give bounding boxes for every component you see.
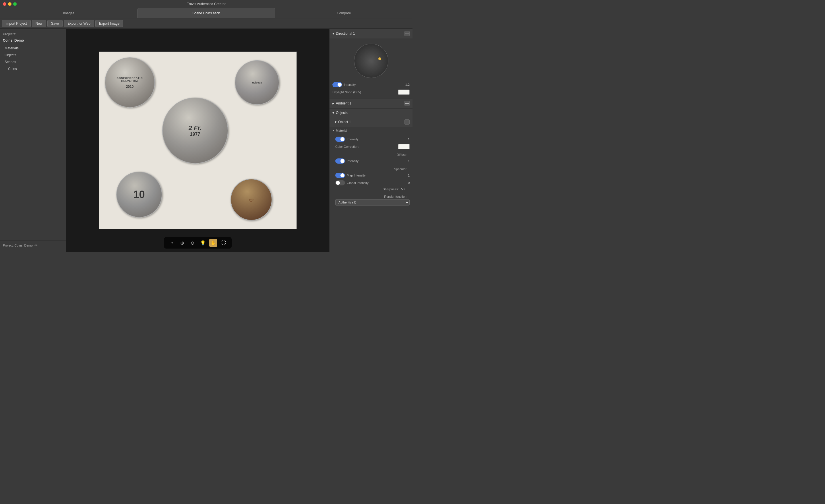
material-intensity-row: Intensity: 1 [335, 136, 409, 143]
directional-intensity-row: Intensity: 1.2 [332, 81, 409, 88]
daylight-label: Daylight Noon (D65) [332, 90, 361, 94]
directional-collapse-icon: ▾ [332, 31, 334, 35]
fullscreen-tool[interactable]: ⛶ [220, 239, 228, 247]
sidebar-sub-item-coins[interactable]: Coins [0, 65, 66, 72]
light-sphere[interactable] [354, 44, 388, 78]
diffuse-intensity-row: Intensity: 1 [335, 157, 409, 165]
render-function-label: Render function: [335, 195, 409, 198]
close-button[interactable] [3, 2, 6, 6]
render-function-label-row: Render function: [335, 194, 409, 199]
save-button[interactable]: Save [47, 20, 63, 27]
directional-intensity-toggle[interactable] [332, 82, 342, 87]
ambient-section: ▸ Ambient 1 — [329, 98, 412, 109]
directional-intensity-value: 1.2 [404, 83, 409, 86]
global-intensity-toggle[interactable] [335, 180, 345, 186]
new-button[interactable]: New [32, 20, 46, 27]
ambient-header[interactable]: ▸ Ambient 1 — [329, 98, 412, 108]
export-web-button[interactable]: Export for Web [64, 20, 94, 27]
canvas-toolbar: ⌂ ⊕ ⊖ 💡 ✋ ⛶ [164, 237, 232, 248]
material-header[interactable]: ▾ Material [329, 127, 412, 133]
color-correction-row: Color Correction: [335, 143, 409, 150]
render-function-select[interactable]: Authentica B [335, 199, 409, 206]
specular-label: Specular: [335, 167, 409, 171]
tab-scene[interactable]: Scene Coins.ascn [137, 8, 275, 18]
hand-tool[interactable]: ✋ [209, 239, 217, 247]
diffuse-intensity-value: 1 [404, 159, 409, 163]
edit-icon[interactable]: ✏ [34, 243, 38, 247]
directional-section: ▾ Directional 1 — Intensity: 1.2 [329, 29, 412, 98]
object1-header[interactable]: ▾ Object 1 — [329, 117, 412, 127]
project-bottom-label: Project: Coins_Demo [3, 244, 33, 247]
directional-minus-button[interactable]: — [404, 31, 409, 36]
diffuse-label: Diffuse: [335, 153, 409, 156]
sharpness-label: Sharpness: [335, 188, 401, 191]
sidebar-item-materials[interactable]: Materials [0, 45, 66, 52]
objects-header[interactable]: ▾ Objects [329, 109, 412, 117]
light-dot[interactable] [378, 57, 381, 60]
diffuse-intensity-label: Intensity: [347, 159, 359, 163]
canvas-area: CONFOEDERATIO HELVETICA 2010 Helvetia 2 … [66, 29, 329, 252]
coin-bl[interactable]: 10 [116, 172, 162, 218]
coin-center[interactable]: 2 Fr. 1977 [162, 97, 228, 164]
map-intensity-toggle[interactable] [335, 173, 345, 178]
color-correction-label: Color Correction: [335, 145, 359, 148]
material-title: Material [336, 129, 347, 132]
export-image-button[interactable]: Export Image [95, 20, 123, 27]
tab-compare[interactable]: Compare [275, 8, 412, 18]
coin-br[interactable]: ლ [230, 179, 272, 220]
ambient-collapse-icon: ▸ [332, 101, 334, 105]
object1-title: Object 1 [338, 120, 351, 124]
tabbar: Images Scene Coins.ascn Compare [0, 8, 412, 18]
toolbar: Import Project New Save Export for Web E… [0, 18, 412, 29]
objects-collapse-icon: ▾ [332, 111, 334, 115]
main-layout: Projects: Coins_Demo Materials Objects S… [0, 29, 412, 252]
global-intensity-row: Global Intensity: 0 [335, 179, 409, 187]
global-intensity-label: Global Intensity: [347, 181, 369, 185]
global-intensity-value: 0 [404, 181, 409, 185]
objects-section: ▾ Objects ▾ Object 1 — ▾ Material [329, 109, 412, 208]
color-correction-swatch[interactable] [398, 144, 409, 149]
sharpness-row: Sharpness: 50 [335, 187, 409, 192]
import-project-button[interactable]: Import Project [2, 20, 31, 27]
render-function-group: Render function: Authentica B [335, 194, 409, 206]
project-name[interactable]: Coins_Demo [0, 37, 66, 45]
traffic-lights [3, 2, 17, 6]
sidebar-item-objects[interactable]: Objects [0, 52, 66, 59]
directional-header[interactable]: ▾ Directional 1 — [329, 29, 412, 39]
map-intensity-row: Map Intensity: 1 [335, 172, 409, 179]
directional-title: Directional 1 [336, 31, 355, 35]
material-intensity-toggle[interactable] [335, 137, 345, 142]
diffuse-intensity-toggle[interactable] [335, 158, 345, 164]
maximize-button[interactable] [13, 2, 17, 6]
map-intensity-label: Map Intensity: [347, 174, 366, 177]
directional-body: Intensity: 1.2 Daylight Noon (D65) [329, 39, 412, 98]
directional-header-right: — [404, 31, 409, 36]
ambient-title: Ambient 1 [336, 101, 351, 105]
material-subsection: ▾ Material Intensity: 1 Color Correction… [329, 127, 412, 208]
coin-tr[interactable]: Helvetia [235, 60, 279, 105]
objects-title: Objects [336, 111, 348, 115]
daylight-color-swatch[interactable] [398, 89, 409, 95]
coin-tl[interactable]: CONFOEDERATIO HELVETICA 2010 [105, 57, 155, 107]
specular-label-row: Specular: [335, 166, 409, 172]
sidebar: Projects: Coins_Demo Materials Objects S… [0, 29, 66, 252]
sidebar-item-scenes[interactable]: Scenes [0, 59, 66, 65]
zoom-in-tool[interactable]: ⊕ [178, 239, 186, 247]
light-tool[interactable]: 💡 [199, 239, 207, 247]
map-intensity-value: 1 [404, 174, 409, 177]
canvas-viewport[interactable]: CONFOEDERATIO HELVETICA 2010 Helvetia 2 … [99, 51, 297, 229]
specular-group: Specular: Map Intensity: 1 Global Intens… [335, 166, 409, 192]
titlebar: Truvis Authentica Creator [0, 0, 412, 8]
minimize-button[interactable] [8, 2, 11, 6]
material-collapse-icon: ▾ [332, 129, 334, 132]
right-panel: ▾ Directional 1 — Intensity: 1.2 [329, 29, 412, 252]
object1-collapse-icon: ▾ [335, 120, 336, 124]
diffuse-group: Diffuse: Intensity: 1 [335, 152, 409, 165]
home-tool[interactable]: ⌂ [168, 239, 176, 247]
ambient-minus-button[interactable]: — [404, 101, 409, 106]
material-intensity-value: 1 [404, 138, 409, 141]
tab-images[interactable]: Images [0, 8, 137, 18]
object1-minus-button[interactable]: — [404, 120, 409, 125]
zoom-out-tool[interactable]: ⊖ [189, 239, 197, 247]
material-intensity-label: Intensity: [347, 138, 359, 141]
